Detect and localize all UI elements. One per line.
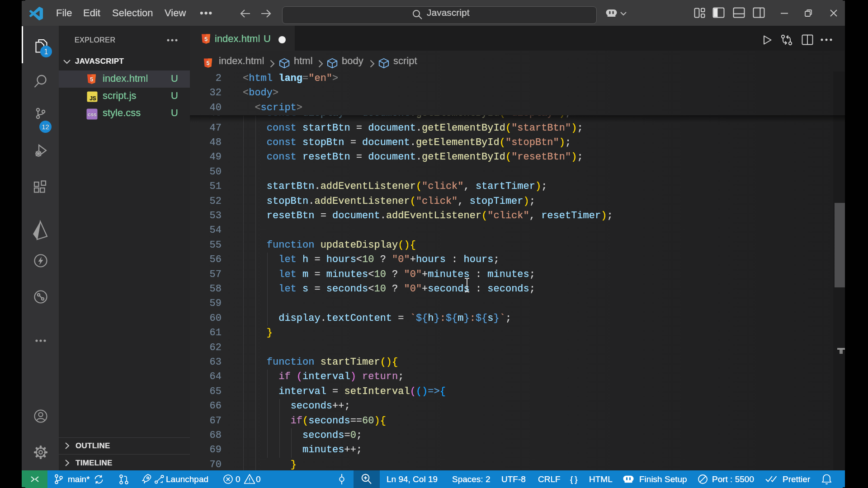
svg-text:CSS: CSS: [88, 112, 97, 117]
svg-text:5: 5: [204, 36, 208, 42]
svg-text:5: 5: [90, 76, 93, 83]
svg-text:JS: JS: [90, 95, 96, 102]
svg-text:1: 1: [44, 48, 48, 56]
svg-text:12: 12: [42, 123, 49, 131]
svg-text:5: 5: [207, 60, 210, 66]
